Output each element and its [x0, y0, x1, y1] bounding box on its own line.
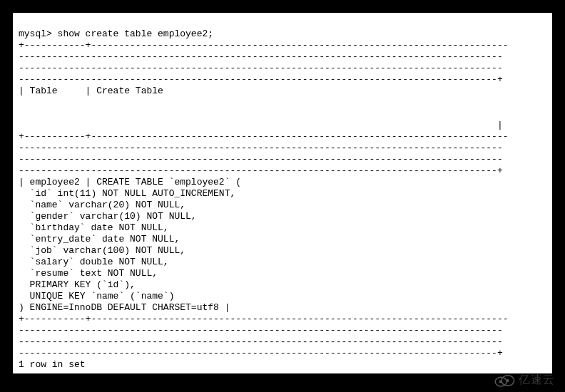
unique-key-def: UNIQUE KEY `name` (`name`)	[19, 291, 174, 301]
mysql-prompt: mysql>	[19, 29, 58, 39]
svg-point-2	[499, 380, 502, 383]
column-def-resume: `resume` text NOT NULL,	[19, 268, 158, 279]
column-def-entry-date: `entry_date` date NOT NULL,	[19, 234, 180, 244]
separator-line: ----------------------------------------…	[19, 74, 503, 85]
table-header-row: | Table | Create Table	[19, 86, 509, 96]
separator-line: ----------------------------------------…	[19, 336, 503, 347]
separator-line: ----------------------------------------…	[19, 51, 503, 62]
separator-line: +-----------+---------------------------…	[19, 40, 509, 51]
header-end-pipe: |	[19, 120, 503, 130]
separator-line: ----------------------------------------…	[19, 348, 503, 359]
svg-point-3	[507, 379, 509, 382]
separator-line: ----------------------------------------…	[19, 325, 503, 336]
column-def-name: `name` varchar(20) NOT NULL,	[19, 200, 185, 210]
column-def-id: `id` int(11) NOT NULL AUTO_INCREMENT,	[19, 188, 235, 199]
primary-key-def: PRIMARY KEY (`id`),	[19, 279, 136, 290]
blank-line	[19, 97, 24, 108]
command-line: mysql> show create table employee2;	[19, 29, 213, 39]
column-def-salary: `salary` double NOT NULL,	[19, 257, 169, 267]
column-def-gender: `gender` varchar(10) NOT NULL,	[19, 211, 197, 222]
terminal-window[interactable]: mysql> show create table employee2; +---…	[11, 11, 554, 375]
watermark: 亿速云	[493, 373, 555, 388]
separator-line: ----------------------------------------…	[19, 143, 503, 153]
blank-line	[19, 108, 24, 119]
separator-line: ----------------------------------------…	[19, 63, 503, 73]
watermark-text: 亿速云	[519, 373, 555, 388]
create-table-open: | employee2 | CREATE TABLE `employee2` (	[19, 177, 241, 187]
separator-line: +-----------+---------------------------…	[19, 131, 509, 142]
column-def-job: `job` varchar(100) NOT NULL,	[19, 245, 185, 256]
separator-line: ----------------------------------------…	[19, 165, 503, 176]
separator-line: +-----------+---------------------------…	[19, 314, 509, 324]
engine-def: ) ENGINE=InnoDB DEFAULT CHARSET=utf8 |	[19, 302, 230, 313]
row-count-footer: 1 row in set	[19, 359, 86, 370]
cloud-icon	[493, 373, 516, 388]
sql-command: show create table employee2;	[58, 29, 213, 39]
separator-line: ----------------------------------------…	[19, 154, 503, 165]
column-def-birthday: `birthday` date NOT NULL,	[19, 222, 169, 233]
